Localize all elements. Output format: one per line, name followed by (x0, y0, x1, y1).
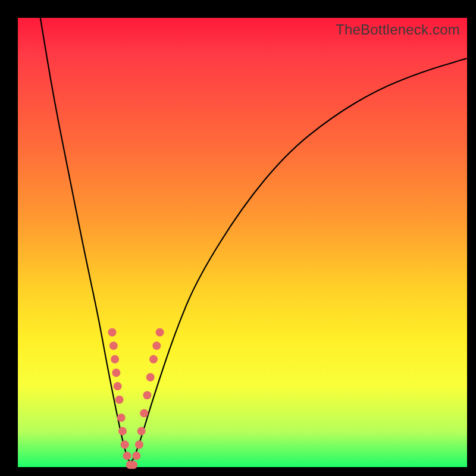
curve-path (40, 18, 467, 462)
data-marker (123, 452, 131, 460)
bottleneck-curve (18, 18, 467, 467)
markers-group (108, 328, 164, 469)
data-marker (143, 391, 151, 399)
data-marker (149, 355, 158, 364)
data-marker (118, 427, 127, 436)
data-marker (146, 373, 155, 381)
data-marker (129, 461, 137, 469)
data-marker (152, 342, 161, 350)
data-marker (132, 452, 140, 460)
data-marker (108, 328, 117, 337)
plot-area: TheBottleneck.com (18, 18, 467, 467)
data-marker (137, 427, 146, 436)
data-marker (140, 409, 148, 417)
data-marker (115, 396, 124, 404)
data-marker (114, 382, 122, 390)
data-marker (112, 369, 120, 377)
data-marker (135, 440, 143, 449)
data-marker (111, 355, 119, 364)
data-marker (121, 440, 129, 449)
data-marker (156, 328, 164, 337)
chart-frame: TheBottleneck.com (0, 0, 476, 476)
data-marker (109, 342, 118, 350)
data-marker (117, 414, 126, 422)
